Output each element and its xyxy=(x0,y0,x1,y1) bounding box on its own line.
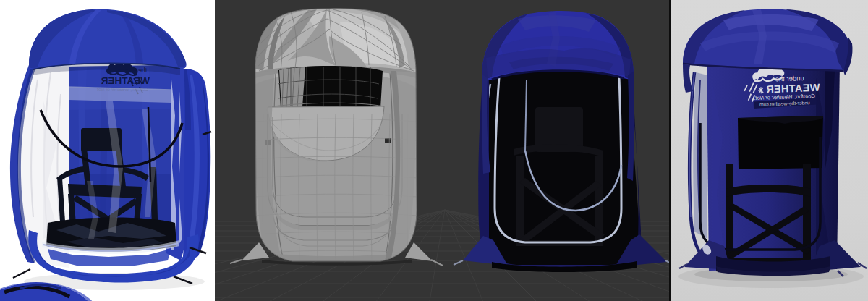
svg-text:under the: under the xyxy=(775,74,804,82)
svg-text:WEATHER: WEATHER xyxy=(101,75,150,86)
